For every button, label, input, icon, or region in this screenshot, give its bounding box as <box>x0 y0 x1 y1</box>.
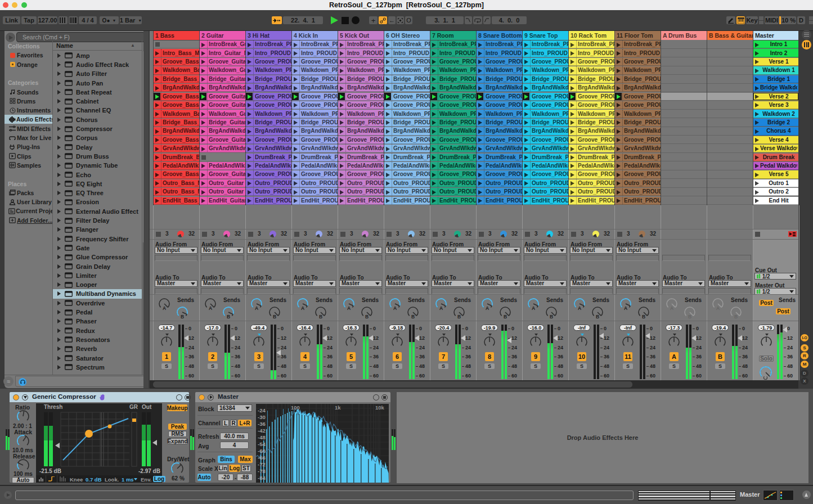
svg-text:-48: -48 <box>258 434 266 440</box>
svg-text:100: 100 <box>291 404 300 411</box>
svg-text:-66: -66 <box>258 454 266 461</box>
svg-text:Thresh: Thresh <box>44 404 62 410</box>
svg-text:-72: -72 <box>258 461 266 467</box>
svg-text:-2.97 dB: -2.97 dB <box>138 468 160 474</box>
svg-text:-30: -30 <box>258 414 266 420</box>
svg-text:-60: -60 <box>258 448 266 454</box>
svg-text:1k: 1k <box>335 404 341 411</box>
svg-text:-36: -36 <box>258 421 266 427</box>
svg-text:10k: 10k <box>375 404 385 411</box>
svg-text:-24: -24 <box>258 407 266 413</box>
svg-text:-21.5 dB: -21.5 dB <box>39 468 61 474</box>
svg-text:-54: -54 <box>258 441 266 447</box>
svg-text:-84: -84 <box>258 475 266 481</box>
svg-text:-78: -78 <box>258 468 266 474</box>
svg-text:-42: -42 <box>258 428 266 434</box>
svg-text:Out: Out <box>142 404 152 410</box>
svg-text:GR: GR <box>129 404 138 410</box>
